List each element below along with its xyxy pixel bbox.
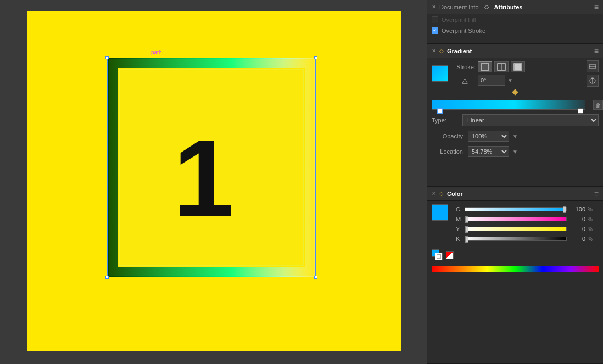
y-thumb[interactable] xyxy=(465,226,468,233)
stroke-btn-3[interactable] xyxy=(511,61,525,72)
rainbow-bar[interactable] xyxy=(432,266,599,272)
stroke-swatch xyxy=(435,253,443,260)
k-label: K xyxy=(456,236,462,242)
color-menu-btn[interactable]: ≡ xyxy=(594,189,599,198)
m-label: M xyxy=(456,216,462,222)
cmyk-m-row: M 0 % xyxy=(451,214,599,224)
diamond-row xyxy=(427,89,603,98)
overprint-fill-checkbox[interactable] xyxy=(432,16,438,23)
gradient-preview-row: Stroke: △ ▼ xyxy=(427,58,603,89)
type-row: Type: Linear Radial Freeform xyxy=(427,112,603,128)
canvas-area: path xyxy=(0,0,427,364)
path-object[interactable]: path xyxy=(107,58,316,277)
svg-rect-3 xyxy=(481,64,489,70)
m-slider[interactable] xyxy=(465,217,567,221)
gradient-trash-btn[interactable]: 🗑 xyxy=(593,100,603,110)
svg-rect-6 xyxy=(515,64,521,70)
type-label: Type: xyxy=(432,117,459,124)
angle-icon: △ xyxy=(454,76,476,85)
location-row: Location: 54,78% ▼ xyxy=(427,144,603,159)
c-slider[interactable] xyxy=(465,207,567,211)
attributes-panel: ✕ Document Info ◇ Attributes ≡ Overprint… xyxy=(427,0,603,44)
angle-dropdown[interactable]: ▼ xyxy=(507,77,513,83)
gradient-menu-btn[interactable]: ≡ xyxy=(594,47,599,55)
gradient-panel-header: ✕ ◇ Gradient ≡ xyxy=(427,44,603,58)
gradient-bar-container: 🗑 xyxy=(427,98,603,112)
overprint-fill-label: Overprint Fill xyxy=(442,16,476,23)
angle-input[interactable] xyxy=(478,75,505,86)
gradient-stop-right[interactable] xyxy=(578,108,583,114)
y-pct: % xyxy=(588,226,594,232)
gradient-diamond[interactable] xyxy=(512,89,518,95)
gradient-icon-btn-2[interactable] xyxy=(587,75,599,87)
gradient-panel-title: Gradient xyxy=(447,48,472,54)
stroke-btn-2[interactable] xyxy=(494,61,509,72)
c-label: C xyxy=(456,206,462,212)
none-icon[interactable] xyxy=(446,251,454,259)
attributes-close-btn[interactable]: ✕ xyxy=(432,4,436,10)
color-panel: ✕ ◇ Color ≡ C 100 % xyxy=(427,187,603,364)
artboard: path xyxy=(27,11,401,351)
stroke-label: Stroke: xyxy=(454,64,476,70)
color-panel-header: ✕ ◇ Color ≡ xyxy=(427,187,603,201)
attributes-menu-btn[interactable]: ≡ xyxy=(594,3,599,12)
c-thumb[interactable] xyxy=(563,206,566,213)
cmyk-y-row: Y 0 % xyxy=(451,224,599,234)
handle-bl[interactable] xyxy=(105,276,109,279)
gradient-close-btn[interactable]: ✕ xyxy=(432,48,436,54)
handle-tr[interactable] xyxy=(314,56,317,59)
fill-stroke-icon[interactable] xyxy=(432,249,444,261)
panels: ✕ Document Info ◇ Attributes ≡ Overprint… xyxy=(427,0,603,364)
type-select[interactable]: Linear Radial Freeform xyxy=(462,114,599,126)
m-pct: % xyxy=(588,216,594,222)
k-pct: % xyxy=(588,236,594,242)
cmyk-k-row: K 0 % xyxy=(451,234,599,244)
handle-tl[interactable] xyxy=(105,56,109,59)
gradient-panel: ✕ ◇ Gradient ≡ Stroke: xyxy=(427,44,603,187)
m-thumb[interactable] xyxy=(465,216,468,223)
opacity-row: Opacity: 100% 75% 50% ▼ xyxy=(427,128,603,144)
color-bottom-row xyxy=(427,247,603,264)
color-main-row: C 100 % M 0 % xyxy=(427,201,603,247)
handle-br[interactable] xyxy=(314,276,317,279)
overprint-fill-row: Overprint Fill xyxy=(427,14,603,25)
attributes-panel-header: ✕ Document Info ◇ Attributes ≡ xyxy=(427,0,603,14)
c-pct: % xyxy=(588,206,594,212)
overprint-stroke-row: Overprint Stroke xyxy=(427,25,603,36)
c-value: 100 xyxy=(569,206,585,212)
color-panel-title: Color xyxy=(447,191,463,197)
tab-document-info[interactable]: Document Info xyxy=(439,4,479,10)
cmyk-c-row: C 100 % xyxy=(451,204,599,214)
location-label: Location: xyxy=(432,148,465,155)
y-value: 0 xyxy=(569,226,585,232)
y-label: Y xyxy=(456,226,462,232)
opacity-label: Opacity: xyxy=(432,133,465,139)
k-thumb[interactable] xyxy=(465,236,468,243)
k-slider[interactable] xyxy=(465,237,567,241)
opacity-dropdown[interactable]: ▼ xyxy=(512,133,518,139)
opacity-select[interactable]: 100% 75% 50% xyxy=(468,131,509,142)
location-select[interactable]: 54,78% xyxy=(468,146,509,157)
stroke-btn-1[interactable] xyxy=(478,61,492,72)
location-dropdown[interactable]: ▼ xyxy=(512,149,518,155)
gradient-swatch[interactable] xyxy=(432,65,448,82)
k-value: 0 xyxy=(569,236,585,242)
path-label: path xyxy=(151,49,161,55)
cmyk-sliders: C 100 % M 0 % xyxy=(451,204,599,244)
gradient-stop-left[interactable] xyxy=(437,108,443,114)
y-slider[interactable] xyxy=(465,227,567,231)
overprint-stroke-checkbox[interactable] xyxy=(432,27,438,34)
m-value: 0 xyxy=(569,216,585,222)
gradient-bar[interactable] xyxy=(432,100,585,110)
color-close-btn[interactable]: ✕ xyxy=(432,191,436,197)
color-swatch-main[interactable] xyxy=(432,204,448,221)
tab-attributes[interactable]: Attributes xyxy=(494,4,523,10)
number-display: 1 xyxy=(173,124,234,233)
overprint-stroke-label: Overprint Stroke xyxy=(442,27,485,34)
gradient-icon-btn-1[interactable] xyxy=(587,60,599,72)
